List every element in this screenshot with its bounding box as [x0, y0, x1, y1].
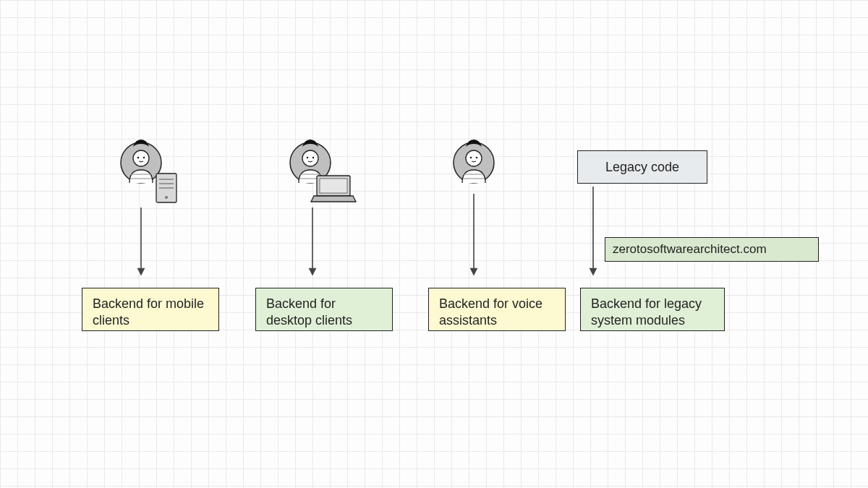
backend-legacy-box: Backend for legacy system modules — [580, 288, 725, 331]
backend-voice-box: Backend for voice assistants — [428, 288, 566, 331]
svg-rect-11 — [317, 176, 350, 196]
legacy-code-box: Legacy code — [577, 150, 707, 184]
backend-mobile-label: Backend for mobile clients — [93, 296, 204, 328]
backend-mobile-box: Backend for mobile clients — [82, 288, 219, 331]
attribution-text: zerotosoftwarearchitect.com — [613, 242, 767, 256]
diagram-canvas: Legacy code zerotosoftwarearchitect.com … — [0, 0, 868, 488]
svg-point-10 — [165, 196, 168, 199]
user-mobile-icon — [121, 140, 176, 202]
attribution-box: zerotosoftwarearchitect.com — [605, 237, 819, 262]
svg-rect-6 — [156, 174, 176, 202]
backend-desktop-box: Backend for desktop clients — [255, 288, 393, 331]
backend-legacy-label: Backend for legacy system modules — [591, 296, 702, 328]
backend-voice-label: Backend for voice assistants — [439, 296, 542, 328]
backend-desktop-label: Backend for desktop clients — [266, 296, 352, 328]
user-desktop-icon — [290, 140, 356, 202]
svg-rect-12 — [320, 179, 347, 193]
legacy-code-label: Legacy code — [605, 159, 679, 176]
user-voice-icon — [454, 140, 494, 183]
